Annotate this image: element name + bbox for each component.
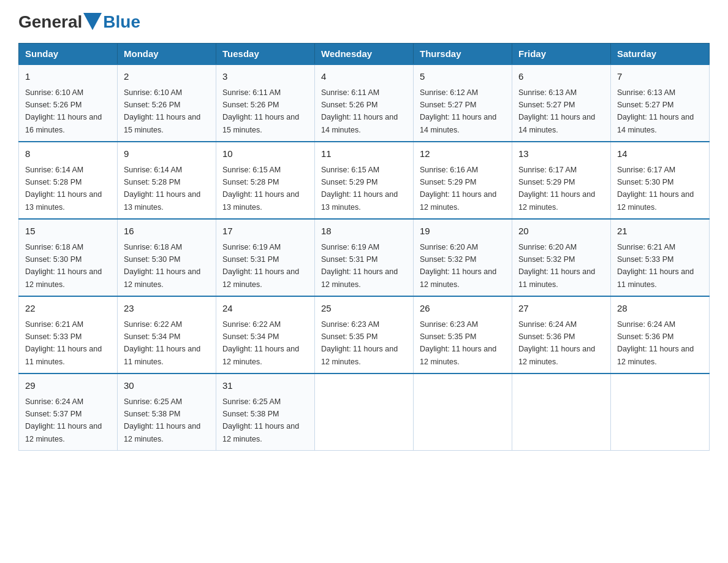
calendar-cell: 25 Sunrise: 6:23 AMSunset: 5:35 PMDaylig… [315, 296, 414, 373]
day-header-monday: Monday [118, 44, 216, 65]
day-number: 8 [25, 147, 111, 161]
day-info: Sunrise: 6:24 AMSunset: 5:36 PMDaylight:… [518, 320, 595, 366]
day-info: Sunrise: 6:14 AMSunset: 5:28 PMDaylight:… [25, 166, 102, 212]
calendar-header-row: SundayMondayTuesdayWednesdayThursdayFrid… [19, 44, 710, 65]
calendar-cell: 7 Sunrise: 6:13 AMSunset: 5:27 PMDayligh… [611, 64, 710, 142]
day-info: Sunrise: 6:24 AMSunset: 5:37 PMDaylight:… [25, 397, 102, 443]
day-number: 30 [124, 379, 210, 393]
day-info: Sunrise: 6:15 AMSunset: 5:29 PMDaylight:… [321, 166, 398, 212]
day-info: Sunrise: 6:22 AMSunset: 5:34 PMDaylight:… [222, 320, 299, 366]
calendar-cell: 12 Sunrise: 6:16 AMSunset: 5:29 PMDaylig… [414, 142, 512, 219]
day-info: Sunrise: 6:18 AMSunset: 5:30 PMDaylight:… [124, 243, 200, 289]
day-number: 29 [25, 379, 111, 393]
calendar-cell: 31 Sunrise: 6:25 AMSunset: 5:38 PMDaylig… [216, 373, 315, 451]
day-number: 9 [124, 147, 210, 161]
calendar-week-4: 22 Sunrise: 6:21 AMSunset: 5:33 PMDaylig… [19, 296, 710, 373]
calendar-cell: 19 Sunrise: 6:20 AMSunset: 5:32 PMDaylig… [414, 219, 512, 296]
day-number: 11 [321, 147, 407, 161]
logo-text-blue: Blue [103, 12, 140, 32]
logo: General Blue [18, 12, 140, 32]
day-info: Sunrise: 6:23 AMSunset: 5:35 PMDaylight:… [420, 320, 496, 366]
day-info: Sunrise: 6:20 AMSunset: 5:32 PMDaylight:… [518, 243, 595, 289]
day-number: 23 [124, 302, 210, 316]
calendar-week-5: 29 Sunrise: 6:24 AMSunset: 5:37 PMDaylig… [19, 373, 710, 451]
calendar-cell [512, 373, 611, 451]
day-info: Sunrise: 6:23 AMSunset: 5:35 PMDaylight:… [321, 320, 398, 366]
day-number: 19 [420, 224, 506, 239]
day-header-thursday: Thursday [414, 44, 512, 65]
day-info: Sunrise: 6:10 AMSunset: 5:26 PMDaylight:… [124, 88, 200, 134]
svg-marker-0 [83, 13, 102, 30]
day-info: Sunrise: 6:15 AMSunset: 5:28 PMDaylight:… [222, 166, 299, 212]
day-header-saturday: Saturday [611, 44, 710, 65]
day-number: 14 [617, 147, 703, 161]
day-number: 10 [222, 147, 308, 161]
day-number: 21 [617, 224, 703, 239]
logo-icon [83, 13, 102, 31]
day-number: 2 [124, 70, 210, 84]
calendar-cell: 9 Sunrise: 6:14 AMSunset: 5:28 PMDayligh… [118, 142, 216, 219]
calendar-cell: 2 Sunrise: 6:10 AMSunset: 5:26 PMDayligh… [118, 64, 216, 142]
day-number: 28 [617, 302, 703, 316]
day-number: 13 [518, 147, 604, 161]
calendar-cell: 8 Sunrise: 6:14 AMSunset: 5:28 PMDayligh… [19, 142, 118, 219]
calendar-table: SundayMondayTuesdayWednesdayThursdayFrid… [18, 43, 710, 451]
day-number: 26 [420, 302, 506, 316]
calendar-cell: 13 Sunrise: 6:17 AMSunset: 5:29 PMDaylig… [512, 142, 611, 219]
calendar-cell: 29 Sunrise: 6:24 AMSunset: 5:37 PMDaylig… [19, 373, 118, 451]
day-number: 18 [321, 224, 407, 239]
calendar-cell: 1 Sunrise: 6:10 AMSunset: 5:26 PMDayligh… [19, 64, 118, 142]
day-number: 16 [124, 224, 210, 239]
day-number: 12 [420, 147, 506, 161]
calendar-cell: 3 Sunrise: 6:11 AMSunset: 5:26 PMDayligh… [216, 64, 315, 142]
day-number: 3 [222, 70, 308, 84]
calendar-cell [315, 373, 414, 451]
calendar-cell: 14 Sunrise: 6:17 AMSunset: 5:30 PMDaylig… [611, 142, 710, 219]
day-number: 25 [321, 302, 407, 316]
day-info: Sunrise: 6:16 AMSunset: 5:29 PMDaylight:… [420, 166, 496, 212]
calendar-cell: 26 Sunrise: 6:23 AMSunset: 5:35 PMDaylig… [414, 296, 512, 373]
day-info: Sunrise: 6:24 AMSunset: 5:36 PMDaylight:… [617, 320, 694, 366]
calendar-cell: 16 Sunrise: 6:18 AMSunset: 5:30 PMDaylig… [118, 219, 216, 296]
day-info: Sunrise: 6:21 AMSunset: 5:33 PMDaylight:… [617, 243, 694, 289]
calendar-cell: 10 Sunrise: 6:15 AMSunset: 5:28 PMDaylig… [216, 142, 315, 219]
calendar-cell [611, 373, 710, 451]
day-header-tuesday: Tuesday [216, 44, 315, 65]
day-info: Sunrise: 6:13 AMSunset: 5:27 PMDaylight:… [617, 88, 694, 134]
calendar-cell: 17 Sunrise: 6:19 AMSunset: 5:31 PMDaylig… [216, 219, 315, 296]
day-info: Sunrise: 6:12 AMSunset: 5:27 PMDaylight:… [420, 88, 496, 134]
day-info: Sunrise: 6:25 AMSunset: 5:38 PMDaylight:… [222, 397, 299, 443]
calendar-cell: 18 Sunrise: 6:19 AMSunset: 5:31 PMDaylig… [315, 219, 414, 296]
day-info: Sunrise: 6:11 AMSunset: 5:26 PMDaylight:… [321, 88, 398, 134]
day-number: 15 [25, 224, 111, 239]
calendar-cell: 24 Sunrise: 6:22 AMSunset: 5:34 PMDaylig… [216, 296, 315, 373]
calendar-cell: 30 Sunrise: 6:25 AMSunset: 5:38 PMDaylig… [118, 373, 216, 451]
day-number: 5 [420, 70, 506, 84]
day-info: Sunrise: 6:17 AMSunset: 5:29 PMDaylight:… [518, 166, 595, 212]
calendar-cell: 23 Sunrise: 6:22 AMSunset: 5:34 PMDaylig… [118, 296, 216, 373]
day-number: 27 [518, 302, 604, 316]
logo-text-general: General [18, 12, 82, 32]
day-info: Sunrise: 6:11 AMSunset: 5:26 PMDaylight:… [222, 88, 299, 134]
day-header-sunday: Sunday [19, 44, 118, 65]
day-header-wednesday: Wednesday [315, 44, 414, 65]
calendar-cell: 15 Sunrise: 6:18 AMSunset: 5:30 PMDaylig… [19, 219, 118, 296]
day-info: Sunrise: 6:22 AMSunset: 5:34 PMDaylight:… [124, 320, 200, 366]
day-number: 6 [518, 70, 604, 84]
day-info: Sunrise: 6:10 AMSunset: 5:26 PMDaylight:… [25, 88, 102, 134]
day-info: Sunrise: 6:13 AMSunset: 5:27 PMDaylight:… [518, 88, 595, 134]
day-number: 20 [518, 224, 604, 239]
calendar-cell: 11 Sunrise: 6:15 AMSunset: 5:29 PMDaylig… [315, 142, 414, 219]
calendar-cell: 21 Sunrise: 6:21 AMSunset: 5:33 PMDaylig… [611, 219, 710, 296]
day-number: 22 [25, 302, 111, 316]
day-info: Sunrise: 6:19 AMSunset: 5:31 PMDaylight:… [321, 243, 398, 289]
day-info: Sunrise: 6:18 AMSunset: 5:30 PMDaylight:… [25, 243, 102, 289]
calendar-cell [414, 373, 512, 451]
day-number: 4 [321, 70, 407, 84]
day-number: 24 [222, 302, 308, 316]
day-info: Sunrise: 6:17 AMSunset: 5:30 PMDaylight:… [617, 166, 694, 212]
calendar-week-2: 8 Sunrise: 6:14 AMSunset: 5:28 PMDayligh… [19, 142, 710, 219]
calendar-cell: 20 Sunrise: 6:20 AMSunset: 5:32 PMDaylig… [512, 219, 611, 296]
day-header-friday: Friday [512, 44, 611, 65]
day-info: Sunrise: 6:14 AMSunset: 5:28 PMDaylight:… [124, 166, 200, 212]
